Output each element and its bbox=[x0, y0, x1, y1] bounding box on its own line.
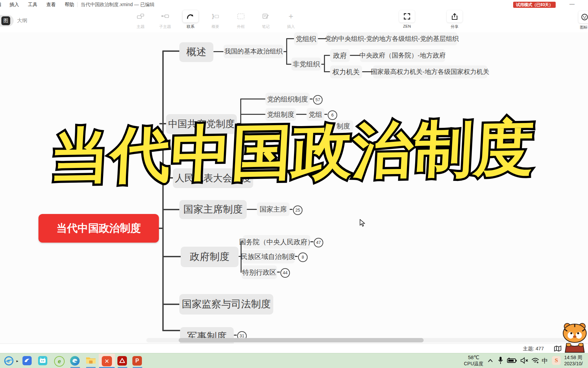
summary-label: 概要 bbox=[212, 24, 219, 29]
pdf-reader-icon[interactable] bbox=[117, 356, 127, 366]
zen-button[interactable]: ZEN bbox=[396, 10, 418, 28]
mouse-cursor bbox=[359, 219, 367, 229]
count-badge-47[interactable]: 47 bbox=[314, 238, 323, 247]
node-supervision-system[interactable]: 国家监察与司法制度 bbox=[179, 294, 273, 315]
count-badge-57[interactable]: 57 bbox=[313, 95, 323, 105]
menu-view[interactable]: 查看 bbox=[46, 2, 56, 8]
tiger-mascot bbox=[560, 322, 588, 354]
sogou-input-icon[interactable]: S bbox=[552, 356, 561, 365]
topic-icon bbox=[133, 10, 148, 22]
document-title: 当代中国政治制度.xmind — 已编辑 bbox=[81, 2, 154, 8]
root-node[interactable]: 当代中国政治制度 bbox=[38, 214, 159, 243]
node-basic-political-org[interactable]: 我国的基本政治组织 bbox=[224, 45, 283, 58]
node-president[interactable]: 国家主席 bbox=[257, 202, 290, 216]
node-president-system[interactable]: 国家主席制度 bbox=[179, 200, 247, 219]
line bbox=[240, 98, 265, 99]
zen-icon bbox=[399, 10, 415, 22]
icon-panel-button[interactable] bbox=[578, 11, 588, 23]
node-overview[interactable]: 概述 bbox=[179, 42, 213, 62]
horizontal-scrollbar-thumb[interactable] bbox=[179, 338, 424, 342]
node-party-org-detail[interactable]: 党的中央组织-党的地方各级组织-党的基层组织 bbox=[327, 32, 457, 45]
elbow-supervision bbox=[162, 304, 181, 305]
node-party-org[interactable]: 党组织 bbox=[294, 32, 318, 45]
node-government[interactable]: 政府 bbox=[330, 49, 350, 62]
windows-taskbar: e ▸ e ✕ P 58℃ CPU温度 bbox=[0, 353, 588, 368]
speaker-muted-icon[interactable] bbox=[520, 357, 529, 364]
topic-count: 主题: 477 bbox=[523, 346, 544, 352]
node-regional-autonomy[interactable]: 民族区域自治制度 bbox=[242, 250, 295, 263]
title-bar: 辑 插入 工具 查看 帮助 当代中国政治制度.xmind — 已编辑 试用模式（… bbox=[0, 0, 588, 10]
count-badge-44[interactable]: 44 bbox=[280, 268, 290, 278]
wifi-icon[interactable] bbox=[531, 357, 540, 364]
count-badge-8[interactable]: 8 bbox=[298, 252, 308, 262]
insert-button[interactable]: + 插入 bbox=[280, 10, 302, 29]
horizontal-scrollbar-track[interactable] bbox=[146, 338, 580, 342]
powerpoint-icon[interactable]: P bbox=[132, 356, 142, 366]
line bbox=[286, 64, 292, 65]
xmind-app-icon[interactable]: ✕ bbox=[102, 356, 112, 366]
menu-edit-clipped[interactable]: 辑 bbox=[0, 2, 1, 8]
trial-mode-badge[interactable]: 试用模式（已93天） bbox=[513, 2, 556, 8]
node-power-organ-detail[interactable]: 国家最高权力机关-地方各级国家权力机关 bbox=[373, 65, 487, 78]
relationship-icon bbox=[183, 10, 198, 22]
clock-time[interactable]: 14:58 周 bbox=[564, 355, 582, 361]
battery-icon[interactable] bbox=[507, 357, 517, 364]
node-power-organ[interactable]: 权力机关 bbox=[330, 65, 362, 78]
node-sar[interactable]: 特别行政区 bbox=[242, 265, 277, 279]
edge-browser-icon[interactable] bbox=[70, 356, 80, 366]
clock-date[interactable]: 2023/10/ bbox=[564, 361, 583, 366]
minimize-button[interactable]: — bbox=[568, 1, 576, 7]
line bbox=[290, 209, 293, 210]
tray-chevron-icon[interactable] bbox=[487, 357, 493, 364]
count-badge-25[interactable]: 25 bbox=[293, 205, 303, 215]
tab-outline[interactable]: 大纲 bbox=[17, 17, 27, 24]
file-explorer-icon[interactable] bbox=[86, 356, 96, 364]
elbow-president bbox=[162, 209, 180, 210]
line bbox=[286, 38, 294, 39]
menu-divider bbox=[77, 2, 78, 7]
node-non-party-org[interactable]: 非党组织 bbox=[291, 58, 321, 71]
svg-text:e: e bbox=[7, 358, 10, 364]
line bbox=[324, 71, 330, 72]
share-button[interactable]: 分享 bbox=[444, 10, 466, 29]
node-party-org-system[interactable]: 党的组织制度 bbox=[265, 93, 310, 106]
screen: 辑 插入 工具 查看 帮助 当代中国政治制度.xmind — 已编辑 试用模式（… bbox=[0, 0, 588, 368]
note-button[interactable]: 笔记 bbox=[255, 10, 277, 29]
cpu-temp-value: 58℃ bbox=[460, 354, 487, 361]
ime-indicator[interactable]: 中 bbox=[542, 357, 548, 365]
summary-button[interactable]: } 概要 bbox=[205, 10, 226, 29]
tv-app-icon[interactable] bbox=[38, 356, 47, 365]
line bbox=[277, 272, 280, 273]
line bbox=[247, 209, 257, 210]
line bbox=[324, 55, 330, 56]
menu-insert[interactable]: 插入 bbox=[10, 2, 19, 8]
elbow-overview bbox=[162, 50, 180, 52]
icon-panel-label: 图标 bbox=[580, 25, 588, 30]
bird-app-icon[interactable] bbox=[22, 356, 32, 365]
node-government-detail[interactable]: 中央政府（国务院）-地方政府 bbox=[360, 49, 445, 62]
microphone-icon[interactable] bbox=[497, 356, 504, 365]
subtopic-button[interactable]: 子主题 bbox=[154, 10, 176, 29]
tab-map[interactable]: 图 bbox=[0, 15, 14, 27]
map-tab-icon: 图 bbox=[1, 16, 10, 25]
topic-label: 主题 bbox=[137, 24, 145, 29]
node-state-council[interactable]: 国务院（中央人民政府） bbox=[243, 235, 310, 249]
ie-browser-icon[interactable]: e bbox=[4, 356, 14, 366]
line bbox=[296, 114, 307, 115]
360-browser-icon[interactable]: e bbox=[54, 356, 65, 367]
line bbox=[234, 335, 237, 336]
relationship-button[interactable]: 联系 bbox=[180, 10, 201, 29]
smiley-icon bbox=[581, 13, 588, 21]
topic-button[interactable]: 主题 bbox=[130, 10, 151, 29]
note-icon bbox=[258, 10, 274, 22]
mindmap-canvas[interactable]: 当代中国政治制度 概述 我国的基本政治组织 党组织 党的中央组织-党的地方各级组… bbox=[0, 32, 588, 343]
share-label: 分享 bbox=[451, 24, 459, 29]
menu-tools[interactable]: 工具 bbox=[28, 2, 37, 8]
share-icon bbox=[447, 10, 462, 22]
node-government-system[interactable]: 政府制度 bbox=[181, 247, 239, 267]
expand-arrow-icon[interactable]: ▸ bbox=[16, 356, 19, 366]
boundary-button[interactable]: 外框 bbox=[230, 10, 252, 29]
status-bar: 主题: 477 bbox=[0, 343, 588, 353]
menu-help[interactable]: 帮助 bbox=[65, 2, 74, 8]
insert-label: 插入 bbox=[287, 24, 295, 29]
